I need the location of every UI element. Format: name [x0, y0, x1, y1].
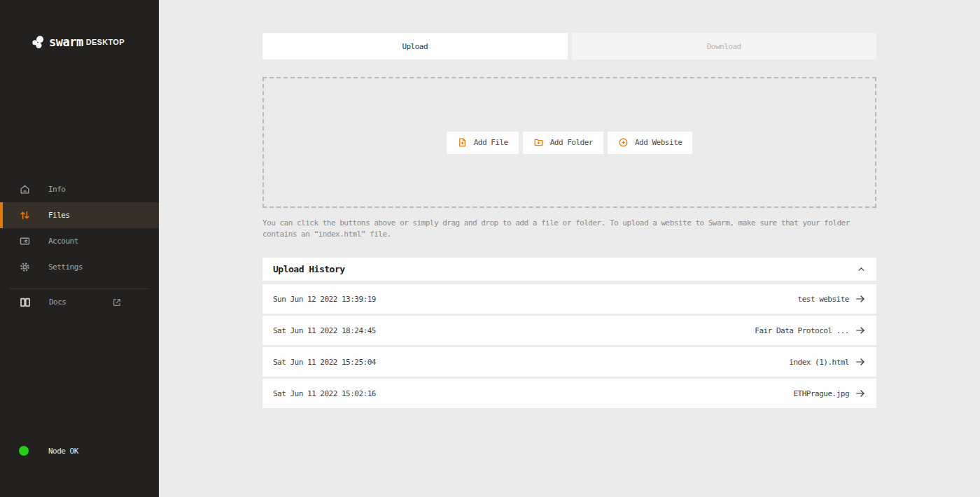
node-status-dot	[19, 446, 29, 456]
file-drop-zone[interactable]: Add File Add Folder	[262, 77, 876, 208]
gear-icon	[19, 261, 31, 273]
external-link-icon	[111, 297, 122, 308]
app-logo: swarm DESKTOP	[31, 35, 125, 49]
sidebar-item-label: Docs	[49, 298, 66, 307]
history-row-timestamp: Sat Jun 11 2022 18:24:45	[273, 326, 376, 335]
dropzone-help-text: You can click the buttons above or simpl…	[262, 218, 876, 240]
wallet-icon	[19, 235, 31, 247]
sidebar-item-settings[interactable]: Settings	[0, 254, 159, 280]
upload-history-header[interactable]: Upload History	[262, 258, 876, 281]
tab-label: Download	[707, 42, 741, 51]
home-icon	[19, 183, 31, 195]
logo-brand-text: swarm	[49, 35, 83, 49]
sidebar-nav: Info Files Account	[0, 176, 159, 315]
main-area: Upload Download Add File	[159, 0, 980, 497]
circle-plus-icon	[618, 137, 629, 148]
history-row-filename: ETHPrague.jpg	[793, 389, 849, 398]
history-row-timestamp: Sat Jun 11 2022 15:25:04	[273, 358, 376, 367]
arrow-right-icon[interactable]	[855, 325, 866, 336]
folder-plus-icon	[533, 137, 544, 148]
add-folder-label: Add Folder	[550, 138, 593, 147]
arrow-right-icon[interactable]	[855, 388, 866, 399]
sidebar-item-label: Account	[48, 237, 78, 246]
history-row-filename: test website	[798, 295, 849, 304]
history-row-timestamp: Sun Jun 12 2022 13:39:19	[273, 295, 376, 304]
sidebar-item-label: Settings	[48, 262, 83, 272]
sidebar-item-label: Files	[48, 211, 70, 220]
arrow-right-icon[interactable]	[855, 356, 866, 368]
history-row[interactable]: Sat Jun 11 2022 18:24:45 Fair Data Proto…	[262, 316, 876, 345]
history-row-timestamp: Sat Jun 11 2022 15:02:16	[273, 389, 376, 398]
upload-history-title: Upload History	[273, 264, 345, 274]
sidebar-item-label: Info	[48, 185, 66, 194]
sidebar-item-files[interactable]: Files	[0, 202, 159, 228]
tab-download[interactable]: Download	[572, 33, 877, 59]
history-row-filename: Fair Data Protocol ...	[755, 326, 849, 335]
upload-download-tabs: Upload Download	[262, 33, 876, 59]
logo-product-text: DESKTOP	[86, 38, 125, 46]
add-folder-button[interactable]: Add Folder	[523, 132, 603, 154]
sidebar-item-info[interactable]: Info	[0, 176, 159, 202]
tab-upload[interactable]: Upload	[262, 33, 568, 59]
book-icon	[19, 296, 31, 309]
add-file-button[interactable]: Add File	[447, 132, 519, 154]
tab-label: Upload	[402, 42, 428, 51]
file-plus-icon	[457, 137, 468, 148]
add-file-label: Add File	[474, 138, 508, 147]
sidebar: swarm DESKTOP Info Files	[0, 0, 159, 497]
sidebar-item-docs[interactable]: Docs	[0, 289, 159, 315]
history-row[interactable]: Sun Jun 12 2022 13:39:19 test website	[262, 284, 876, 314]
history-row-filename: index (1).html	[789, 358, 849, 367]
node-status: Node OK	[19, 441, 78, 461]
add-website-label: Add Website	[635, 138, 682, 147]
swarm-logo-icon	[31, 35, 46, 49]
chevron-up-icon[interactable]	[857, 265, 866, 274]
node-status-label: Node OK	[48, 447, 78, 456]
arrow-right-icon[interactable]	[855, 293, 866, 304]
up-down-arrows-icon	[19, 209, 31, 221]
add-website-button[interactable]: Add Website	[608, 132, 692, 154]
history-row[interactable]: Sat Jun 11 2022 15:02:16 ETHPrague.jpg	[262, 379, 876, 408]
history-row[interactable]: Sat Jun 11 2022 15:25:04 index (1).html	[262, 347, 876, 377]
sidebar-item-account[interactable]: Account	[0, 228, 159, 254]
upload-history-list: Sun Jun 12 2022 13:39:19 test website Sa…	[262, 284, 876, 408]
